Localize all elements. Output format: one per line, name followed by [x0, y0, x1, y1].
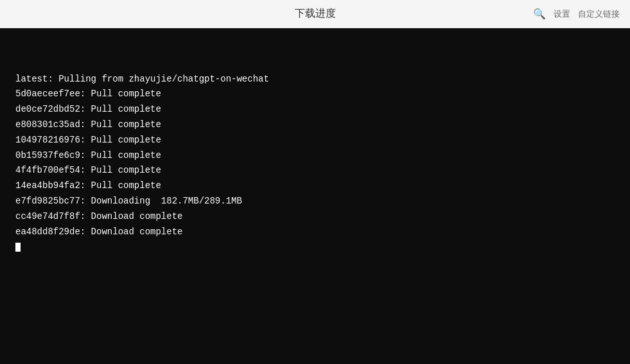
- terminal-line: ea48dd8f29de: Download complete: [15, 225, 615, 240]
- terminal-line: 5d0aeceef7ee: Pull complete: [15, 87, 615, 102]
- terminal-cursor-line: [15, 239, 615, 255]
- terminal-line: de0ce72dbd52: Pull complete: [15, 102, 615, 117]
- terminal-line: 0b15937fe6c9: Pull complete: [15, 148, 615, 164]
- terminal-line: e808301c35ad: Pull complete: [15, 117, 615, 133]
- terminal-cursor: [15, 243, 21, 252]
- terminal-line: cc49e74d7f8f: Download complete: [15, 209, 615, 225]
- terminal-line: 104978216976: Pull complete: [15, 133, 615, 148]
- terminal-output: latest: Pulling from zhayujie/chatgpt-on…: [0, 28, 630, 364]
- terminal-lines: latest: Pulling from zhayujie/chatgpt-on…: [15, 41, 615, 255]
- terminal-line: 4f4fb700ef54: Pull complete: [15, 163, 615, 178]
- window-title: 下载进度: [295, 7, 336, 21]
- search-icon[interactable]: 🔍: [533, 8, 546, 20]
- main-window: 下载进度 🔍 设置 自定义链接 latest: Pulling from zha…: [0, 0, 630, 364]
- terminal-line: 14ea4bb94fa2: Pull complete: [15, 178, 615, 194]
- custom-links-button[interactable]: 自定义链接: [578, 8, 620, 20]
- terminal-line: e7fd9825bc77: Downloading 182.7MB/289.1M…: [15, 194, 615, 209]
- terminal-line: latest: Pulling from zhayujie/chatgpt-on…: [15, 72, 615, 87]
- title-bar: 下载进度 🔍 设置 自定义链接: [0, 0, 630, 28]
- settings-button[interactable]: 设置: [554, 8, 570, 20]
- title-bar-actions: 🔍 设置 自定义链接: [533, 8, 620, 20]
